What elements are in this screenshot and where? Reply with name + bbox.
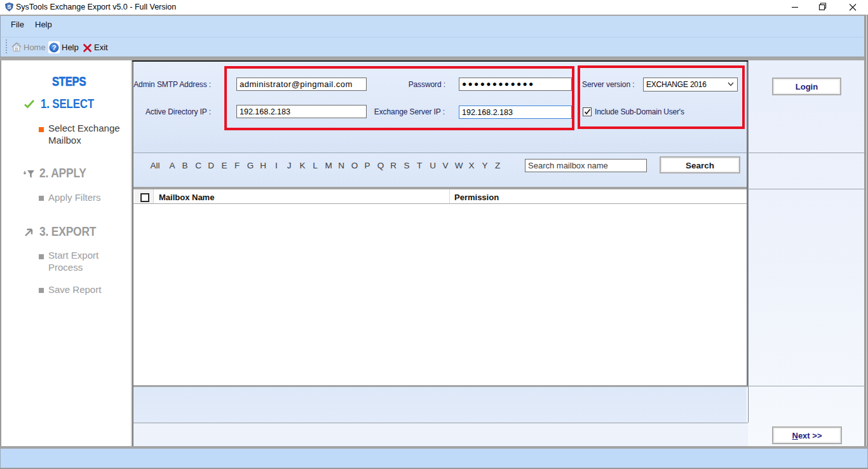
- svg-text:?: ?: [52, 44, 57, 51]
- svg-text:S: S: [7, 4, 11, 10]
